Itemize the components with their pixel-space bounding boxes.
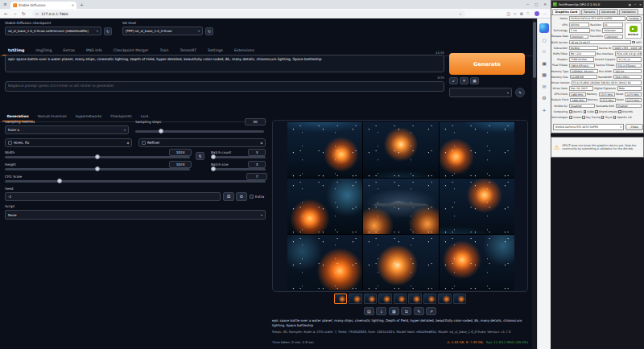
send-to-extras-button[interactable]: ⇗ [426,307,436,315]
script-dropdown[interactable]: None ▾ [5,210,266,220]
back-icon[interactable]: ← [4,11,8,17]
checkbox-directcompute[interactable]: ✓DirectCompute [595,110,617,113]
gpuz-close-icon[interactable]: ✕ [639,3,642,6]
gpuz-tab-advanced[interactable]: Advanced [599,9,618,14]
sampling-steps-slider[interactable] [135,130,264,133]
save-zip-button[interactable]: ▦ [389,307,399,315]
tools-icon[interactable]: ⚙ [539,93,549,103]
cfg-scale-input[interactable]: 7 [246,173,267,180]
extra-networks-button[interactable]: ▦ [470,77,479,84]
reuse-seed-button[interactable]: ♻ [236,192,247,201]
mail-icon[interactable]: ✉ [539,81,549,91]
checkbox-opencl[interactable]: ✓OpenCL [569,110,583,113]
send-to-img2img-button[interactable]: ⇆ [401,307,411,315]
checkbox-opengl-4-6[interactable]: ✓OpenGL 4.6 [613,116,632,119]
subtab-hypernetworks[interactable]: Hypernetworks [71,113,106,121]
add-sidebar-icon[interactable]: + [539,105,549,114]
forward-icon[interactable]: → [13,11,17,17]
shopping-icon[interactable]: ▦ [539,70,549,80]
gpuz-tab-graphics-card[interactable]: Graphics Card [552,9,580,14]
new-tab-button[interactable]: + [80,2,84,7]
batch-count-slider[interactable] [211,156,266,158]
screenshot-camera-icon[interactable]: ◉ [629,3,631,6]
lookup-button[interactable]: Lookup [626,16,642,21]
gallery-thumbnail[interactable] [394,294,407,304]
checkbox-vulkan[interactable]: ✓Vulkan [569,116,581,119]
seed-input[interactable]: -1 [5,192,221,201]
favorites-icon[interactable]: ☆ [539,47,549,56]
gpuz-titlebar[interactable]: TechPowerUp GPU-Z 2.53.0 ◉ ─ ✕ [551,1,643,8]
extra-seed-option[interactable]: Extra [250,193,267,200]
width-slider[interactable] [5,156,190,158]
checkbox-directml[interactable]: ✓DirectML [618,110,633,113]
checkbox-uefi[interactable]: ✓UEFI [632,41,642,44]
checkpoint-dropdown[interactable]: sd_xl_base_1.0_0.9vae.safetensors [e6bb9… [5,27,101,35]
gpuz-tab-sensors[interactable]: Sensors [581,9,598,14]
height-input[interactable]: 1024 [169,161,192,168]
settings-menu-icon[interactable]: ⋯ [543,11,547,17]
site-info-icon[interactable]: ⓘ [35,12,39,16]
close-button[interactable]: ✕ [543,2,547,6]
minimize-button[interactable]: ─ [526,2,529,6]
extra-seed-checkbox[interactable] [250,195,254,199]
profile-avatar[interactable] [535,11,540,17]
width-input[interactable]: 1024 [169,149,192,156]
sampling-steps-input[interactable]: 30 [245,118,266,125]
sampling-method-dropdown[interactable]: Euler a ▾ [5,125,129,134]
refiner-checkbox[interactable] [142,141,146,145]
gpuz-tab-validation[interactable]: Validation [619,9,638,14]
paste-params-button[interactable]: ↙ [449,77,458,84]
favorites-icon[interactable]: ☆ [514,11,517,17]
browser-tab[interactable]: Stable Diffusion ✕ [10,2,76,10]
address-bar[interactable]: ⓘ 127.0.0.1:7860 ☆ [32,10,465,18]
gallery-thumbnail[interactable] [423,294,437,304]
search-icon[interactable]: ○ [539,35,549,44]
height-slider[interactable] [5,168,190,170]
send-to-inpaint-button[interactable]: ✎ [414,307,424,315]
batch-size-slider[interactable] [211,168,266,170]
generate-button[interactable]: Generate [449,53,525,75]
gpuz-minimize-icon[interactable]: ─ [634,3,636,6]
refresh-unet-button[interactable]: ↻ [205,27,213,35]
checkbox-cuda[interactable]: ✓CUDA [584,110,594,113]
subtab-checkpoints[interactable]: Checkpoints [106,113,136,121]
browser-essentials-icon[interactable]: ♡ [526,11,530,17]
edit-styles-button[interactable]: ✎ [515,88,525,97]
hires-fix-section[interactable]: Hires. fix ◀ [5,138,132,147]
gallery-thumbnail[interactable] [364,294,378,304]
save-image-button[interactable]: ↓ [376,307,386,315]
prompt-input[interactable]: epic space battle over a water planet, m… [5,55,444,72]
refiner-section[interactable]: Refiner ◀ [138,138,266,147]
gallery-thumbnail[interactable] [349,294,362,304]
generated-image[interactable] [287,122,514,290]
swap-dimensions-button[interactable]: ⇅ [196,152,204,160]
tab-actions-icon[interactable]: ⊞ [2,2,8,7]
subtab-textual-inversion[interactable]: Textual Inversion [33,113,71,121]
random-seed-button[interactable]: ⚄ [223,192,234,201]
checkbox-physx[interactable]: ✓PhysX [601,116,613,119]
card-select-dropdown[interactable]: NVIDIA GeForce RTX 4070 SUPER ▾ [553,124,624,130]
scrollbar-thumb[interactable] [533,22,536,78]
tab-close-icon[interactable]: ✕ [72,3,74,7]
collections-icon[interactable]: ▣ [539,58,549,68]
maximize-button[interactable]: □ [535,2,538,6]
batch-size-input[interactable]: 3 [248,161,266,168]
refresh-checkpoint-button[interactable]: ↻ [104,27,112,35]
open-folder-button[interactable]: ▤ [364,307,374,315]
refresh-icon[interactable]: ↻ [22,11,26,17]
bookmark-star-icon[interactable]: ☆ [459,12,462,16]
checkbox-ray-tracing[interactable]: ✓Ray Tracing [582,116,600,119]
hires-fix-checkbox[interactable] [8,141,12,145]
clear-prompt-button[interactable]: ✕ [460,77,469,84]
split-screen-icon[interactable]: ◫ [506,11,510,17]
batch-count-input[interactable]: 3 [248,149,266,156]
negative-prompt-input[interactable]: Negative prompt (press Ctrl+Enter or Alt… [5,81,444,92]
gallery-thumbnail[interactable] [378,294,392,304]
collections-icon[interactable]: ⊞ [520,11,523,17]
gpuz-close-button[interactable]: Close [625,124,643,130]
cfg-scale-slider[interactable] [5,180,266,183]
styles-dropdown[interactable]: ▾ [449,88,512,97]
gallery-thumbnail[interactable] [438,294,452,304]
gallery-thumbnail[interactable] [408,294,422,304]
unet-dropdown[interactable]: [TRT] sd_xl_base_1.0_0.9vae ▾ [122,27,203,35]
